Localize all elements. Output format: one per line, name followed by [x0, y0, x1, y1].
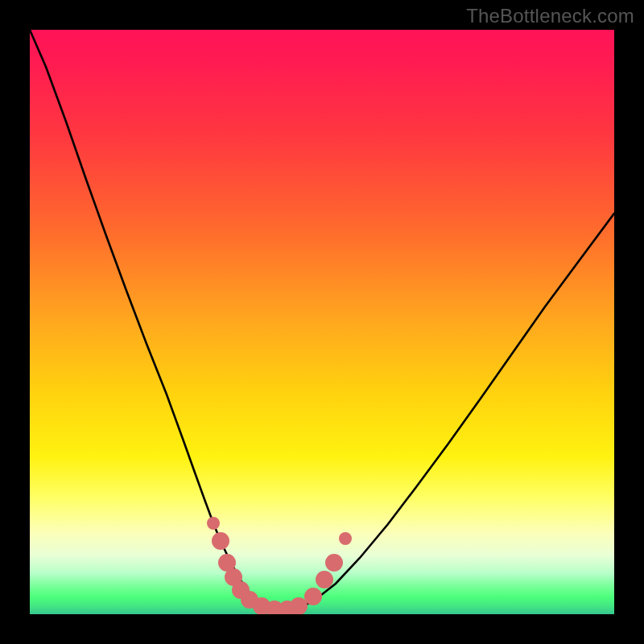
marker-point — [316, 571, 333, 588]
marker-point — [304, 588, 322, 605]
plot-area — [30, 30, 614, 614]
highlight-markers — [207, 517, 352, 614]
marker-point — [325, 554, 343, 572]
marker-point — [207, 517, 220, 530]
marker-point — [339, 532, 352, 545]
watermark-text: TheBottleneck.com — [466, 5, 634, 27]
marker-point — [212, 532, 229, 550]
curve-layer — [30, 30, 614, 614]
marker-point — [290, 597, 308, 614]
chart-frame: TheBottleneck.com — [0, 0, 644, 644]
bottleneck-curve — [30, 30, 614, 610]
